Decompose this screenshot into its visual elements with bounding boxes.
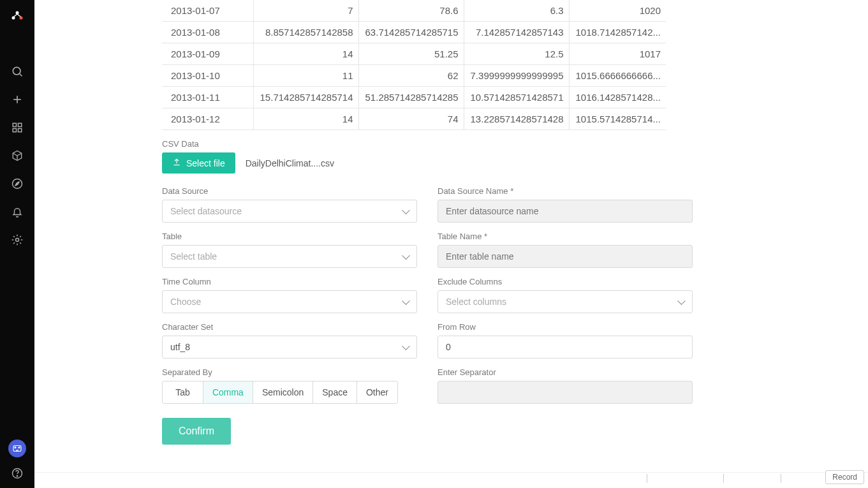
svg-point-0 <box>16 11 19 15</box>
confirm-button[interactable]: Confirm <box>162 418 231 445</box>
table-cell: 2013-01-12 <box>162 108 253 130</box>
svg-marker-12 <box>15 182 20 186</box>
data-source-name-input[interactable] <box>438 200 693 223</box>
sidebar <box>0 0 34 488</box>
compass-icon[interactable] <box>10 177 24 191</box>
table-cell: 74 <box>358 108 464 130</box>
exclude-columns-select[interactable]: Select columns <box>438 290 693 313</box>
bell-icon[interactable] <box>10 205 24 219</box>
cube-icon[interactable] <box>10 149 24 163</box>
avatar[interactable] <box>8 440 26 457</box>
table-cell: 7 <box>253 0 358 22</box>
upload-icon <box>172 158 181 168</box>
table-row: 2013-01-088.85714285714285863.7142857142… <box>162 22 666 43</box>
table-cell: 78.6 <box>358 0 464 22</box>
enter-separator-input[interactable] <box>438 381 693 404</box>
table-cell: 1016.1428571428... <box>569 87 666 108</box>
data-source-label: Data Source <box>162 186 417 196</box>
svg-point-19 <box>17 476 17 477</box>
table-row: 2013-01-1115.71428571428571451.285714285… <box>162 87 666 108</box>
table-row: 2013-01-07778.66.31020 <box>162 0 666 22</box>
charset-label: Character Set <box>162 322 417 332</box>
table-cell: 8.857142857142858 <box>253 22 358 43</box>
charset-select[interactable]: utf_8 <box>162 336 417 359</box>
bottom-ticks <box>34 474 868 483</box>
svg-point-3 <box>13 67 20 75</box>
from-row-input-wrap[interactable] <box>438 336 693 359</box>
table-name-field[interactable] <box>446 246 684 267</box>
svg-rect-17 <box>16 450 19 451</box>
data-source-placeholder: Select datasource <box>170 206 242 216</box>
svg-point-13 <box>16 239 19 242</box>
table-cell: 1017 <box>569 43 666 65</box>
table-cell: 13.228571428571428 <box>464 108 569 130</box>
svg-rect-7 <box>13 123 16 126</box>
table-cell: 10.571428571428571 <box>464 87 569 108</box>
table-cell: 1015.5714285714... <box>569 108 666 130</box>
table-name-input[interactable] <box>438 245 693 268</box>
table-name-label: Table Name * <box>438 232 693 241</box>
svg-rect-8 <box>18 123 22 126</box>
separator-toggle: Tab Comma Semicolon Space Other <box>162 381 398 404</box>
charset-value: utf_8 <box>170 342 190 352</box>
exclude-columns-label: Exclude Columns <box>438 277 693 286</box>
separator-comma[interactable]: Comma <box>203 381 253 403</box>
data-source-name-field[interactable] <box>446 200 684 222</box>
record-button[interactable]: Record <box>825 470 864 484</box>
csvdata-label: CSV Data <box>162 139 740 149</box>
separator-semicolon[interactable]: Semicolon <box>253 381 313 403</box>
exclude-columns-placeholder: Select columns <box>446 297 506 307</box>
from-row-input[interactable] <box>446 336 684 358</box>
app-logo[interactable] <box>8 8 26 26</box>
table-cell: 2013-01-08 <box>162 22 253 43</box>
svg-rect-10 <box>18 129 22 132</box>
help-icon[interactable] <box>10 466 24 480</box>
enter-separator-field[interactable] <box>446 381 684 403</box>
select-file-button[interactable]: Select file <box>162 152 235 174</box>
table-cell: 7.3999999999999995 <box>464 65 569 87</box>
selected-filename: DailyDelhiClimat....csv <box>246 158 334 168</box>
table-cell: 6.3 <box>464 0 569 22</box>
select-file-label: Select file <box>186 158 225 168</box>
table-cell: 7.142857142857143 <box>464 22 569 43</box>
svg-point-14 <box>15 447 17 448</box>
table-cell: 2013-01-11 <box>162 87 253 108</box>
table-cell: 14 <box>253 43 358 65</box>
table-cell: 1015.6666666666... <box>569 65 666 87</box>
table-cell: 15.714285714285714 <box>253 87 358 108</box>
data-source-name-label: Data Source Name * <box>438 186 693 196</box>
gear-icon[interactable] <box>10 233 24 247</box>
separator-space[interactable]: Space <box>313 381 357 403</box>
separated-by-label: Separated By <box>162 367 417 377</box>
time-column-placeholder: Choose <box>170 297 201 307</box>
table-select[interactable]: Select table <box>162 245 417 268</box>
table-row: 2013-01-12147413.2285714285714281015.571… <box>162 108 666 130</box>
svg-rect-9 <box>13 129 16 132</box>
separator-other[interactable]: Other <box>357 381 397 403</box>
time-column-label: Time Column <box>162 277 417 286</box>
table-label: Table <box>162 232 417 241</box>
preview-table: 2013-01-07778.66.310202013-01-088.857142… <box>162 0 666 130</box>
table-cell: 12.5 <box>464 43 569 65</box>
table-cell: 2013-01-07 <box>162 0 253 22</box>
bottom-divider <box>34 472 868 473</box>
grid-icon[interactable] <box>10 121 24 135</box>
table-row: 2013-01-1011627.39999999999999951015.666… <box>162 65 666 87</box>
table-cell: 62 <box>358 65 464 87</box>
time-column-select[interactable]: Choose <box>162 290 417 313</box>
separator-tab[interactable]: Tab <box>163 381 203 403</box>
table-cell: 51.285714285714285 <box>358 87 464 108</box>
table-cell: 11 <box>253 65 358 87</box>
from-row-label: From Row <box>438 322 693 332</box>
table-cell: 63.714285714285715 <box>358 22 464 43</box>
table-cell: 14 <box>253 108 358 130</box>
svg-line-4 <box>20 74 22 77</box>
table-cell: 1020 <box>569 0 666 22</box>
table-cell: 1018.7142857142... <box>569 22 666 43</box>
search-icon[interactable] <box>10 64 24 78</box>
main-content: 2013-01-07778.66.310202013-01-088.857142… <box>34 0 868 488</box>
plus-icon[interactable] <box>10 92 24 107</box>
svg-point-15 <box>18 447 20 448</box>
data-source-select[interactable]: Select datasource <box>162 200 417 223</box>
table-cell: 51.25 <box>358 43 464 65</box>
